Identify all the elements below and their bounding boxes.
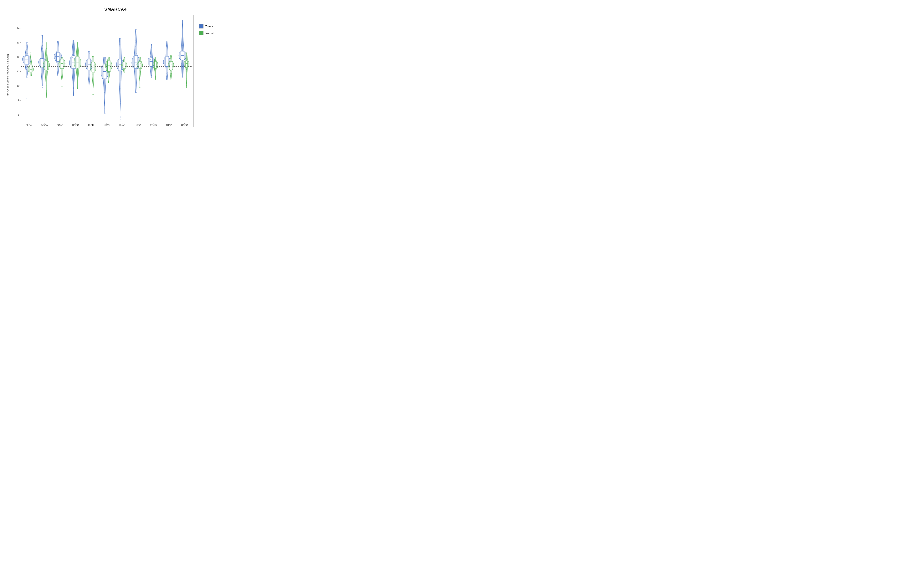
svg-rect-408 [109,73,110,73]
svg-rect-572 [153,67,154,68]
svg-rect-158 [46,86,47,86]
svg-rect-634 [170,74,171,74]
svg-rect-56 [27,58,27,58]
svg-rect-356 [94,80,94,80]
legend-swatch-tumor [199,24,204,29]
svg-rect-569 [156,68,156,68]
svg-rect-595 [168,73,168,73]
svg-rect-127 [43,55,44,55]
svg-rect-391 [108,68,108,68]
svg-rect-609 [167,70,167,70]
svg-rect-66 [26,56,26,56]
svg-rect-264 [73,89,73,89]
svg-rect-547 [152,49,152,49]
svg-rect-578 [155,59,155,59]
svg-rect-114 [41,62,41,63]
svg-rect-551 [151,73,151,73]
svg-rect-203 [58,71,58,71]
svg-rect-103 [42,48,42,49]
svg-rect-334 [90,60,90,60]
svg-rect-589 [166,56,168,66]
svg-rect-644 [171,96,171,97]
svg-rect-440 [121,52,121,52]
svg-rect-409 [107,65,108,66]
svg-rect-80 [30,65,31,66]
svg-rect-616 [171,73,171,74]
plot-wrapper: 891011121314BLCABRCACOADHNSCKICHKIRCLUAD… [10,13,195,138]
svg-rect-426 [120,60,120,61]
svg-rect-247 [73,40,74,40]
svg-rect-696 [184,64,185,64]
svg-rect-365 [105,71,105,72]
svg-rect-129 [42,42,43,43]
svg-rect-429 [120,81,120,81]
svg-rect-154 [46,85,47,85]
svg-text:KIRC: KIRC [104,124,110,127]
svg-rect-335 [88,52,89,52]
svg-rect-630 [171,58,171,58]
svg-rect-145 [46,44,47,44]
svg-rect-430 [120,53,121,53]
svg-text:12: 12 [17,56,19,58]
svg-rect-150 [45,53,46,53]
svg-rect-448 [121,89,121,89]
svg-rect-687 [187,60,187,60]
svg-rect-63 [27,73,27,73]
svg-rect-625 [171,62,171,63]
svg-rect-115 [42,42,42,43]
svg-rect-643 [172,67,172,68]
svg-rect-201 [57,49,57,49]
svg-rect-497 [135,40,135,40]
svg-rect-177 [57,53,59,61]
svg-rect-187 [57,42,58,42]
svg-rect-38 [25,56,28,64]
svg-rect-528 [140,81,140,81]
svg-rect-511 [139,79,140,79]
legend-label-tumor: Tumor [205,25,213,28]
svg-rect-303 [78,88,78,88]
svg-rect-562 [156,62,156,62]
svg-rect-306 [77,69,78,69]
svg-rect-332 [89,77,90,77]
svg-rect-300 [77,64,78,64]
svg-rect-515 [139,62,139,62]
svg-text:PRAD: PRAD [150,124,157,127]
svg-rect-353 [94,74,94,75]
svg-rect-237 [62,58,62,58]
svg-rect-305 [77,60,77,60]
svg-rect-107 [44,60,45,60]
svg-rect-658 [180,57,180,58]
svg-text:LUAD: LUAD [119,124,125,127]
svg-rect-120 [42,44,42,44]
svg-rect-418 [120,48,121,48]
svg-rect-173 [46,55,47,56]
svg-rect-473 [124,72,124,72]
svg-rect-484 [135,42,135,42]
svg-rect-228 [65,63,65,64]
svg-rect-642 [173,63,173,64]
svg-rect-85 [31,73,31,73]
svg-rect-96 [29,69,29,70]
svg-rect-307 [78,68,78,68]
svg-rect-428 [121,72,121,72]
svg-rect-442 [121,89,121,89]
svg-rect-221 [62,83,62,83]
svg-rect-206 [58,76,58,76]
svg-rect-309 [88,59,90,70]
svg-rect-586 [155,76,155,77]
svg-rect-546 [150,59,150,60]
svg-rect-83 [31,58,31,58]
svg-text:THCA: THCA [166,124,173,127]
svg-rect-232 [59,62,60,63]
svg-rect-469 [124,59,125,60]
svg-rect-225 [61,73,62,73]
svg-rect-583 [155,61,155,61]
svg-rect-257 [73,87,74,87]
svg-rect-548 [150,67,151,67]
svg-rect-159 [46,92,47,92]
svg-rect-389 [110,62,110,62]
svg-rect-330 [89,85,89,85]
svg-rect-416 [121,44,121,45]
svg-rect-111 [43,58,43,58]
svg-rect-691 [187,74,187,75]
